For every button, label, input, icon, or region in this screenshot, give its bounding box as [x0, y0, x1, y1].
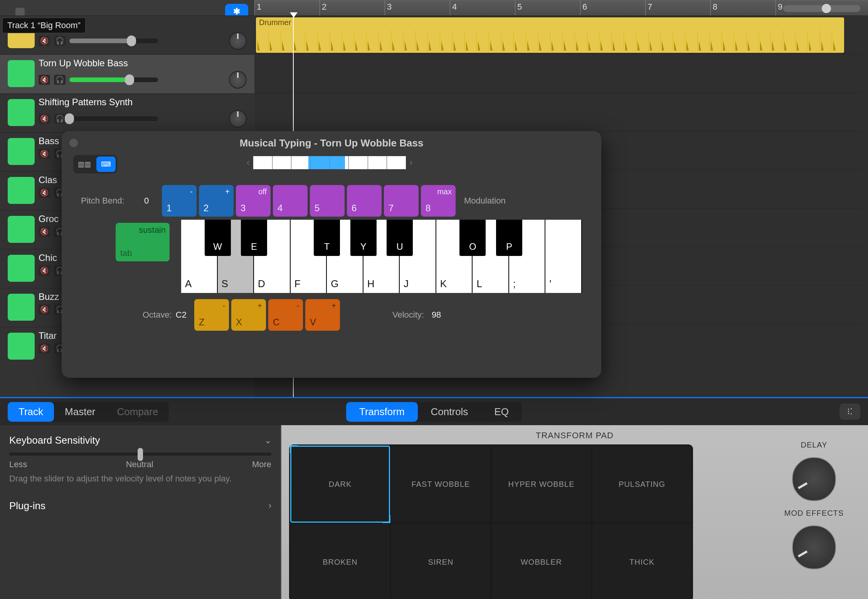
octave-key-X[interactable]: +X [231, 299, 266, 331]
sensitivity-header[interactable]: Keyboard Sensitivity ⌄ [9, 434, 271, 446]
editor-header: TrackMasterCompare TransformControlsEQ ⁝… [0, 398, 868, 425]
sustain-key[interactable]: sustain tab [116, 223, 170, 261]
sensitivity-slider[interactable] [9, 453, 271, 456]
ruler-label: 2 [322, 2, 326, 12]
plugin-tab-controls[interactable]: Controls [418, 402, 481, 422]
plugin-view-tabs: TransformControlsEQ [346, 402, 522, 422]
synth-icon [8, 333, 35, 360]
knob-mod-effects[interactable] [792, 525, 836, 569]
knob-label: DELAY [801, 441, 827, 449]
mute-button[interactable]: 🔇 [39, 343, 50, 353]
octave-key-V[interactable]: +V [305, 299, 340, 331]
transform-pad-grid[interactable]: DARKFAST WOBBLEHYPER WOBBLEPULSATINGBROK… [289, 444, 693, 599]
solo-button[interactable]: 🎧 [54, 75, 66, 85]
modulation-key-5[interactable]: 5 [310, 185, 345, 217]
black-key-U[interactable]: U [387, 220, 413, 256]
arrange-row[interactable] [254, 93, 863, 131]
transform-pad-fast-wobble[interactable]: FAST WOBBLE [391, 446, 490, 522]
synth-icon [8, 60, 35, 87]
pitch-down-key[interactable]: - 1 [162, 185, 197, 217]
ruler-tick [580, 0, 580, 16]
ruler-label: 5 [517, 2, 522, 12]
mini-piano[interactable] [253, 156, 405, 169]
black-key-W[interactable]: W [205, 220, 231, 256]
solo-button[interactable]: 🎧 [54, 36, 66, 46]
transform-pad-hyper-wobble[interactable]: HYPER WOBBLE [492, 446, 591, 522]
region-label: Drummer [259, 18, 291, 27]
black-key-E[interactable]: E [241, 220, 267, 256]
synth-icon [8, 294, 35, 321]
synth-icon [8, 138, 35, 165]
inspector-tab-track[interactable]: Track [8, 402, 54, 422]
pitch-up-key[interactable]: + 2 [199, 185, 234, 217]
scroll-thumb[interactable] [822, 4, 831, 13]
typing-keyboard[interactable]: ASDFGHJKL;' WETYUOP [181, 220, 582, 293]
modulation-key-6[interactable]: 6 [347, 185, 382, 217]
inspector-tabs: TrackMasterCompare [8, 402, 169, 422]
black-key-O[interactable]: O [459, 220, 486, 256]
ruler-tick [710, 0, 711, 16]
octave-left-arrow[interactable]: ‹ [247, 158, 249, 168]
transform-pad-dark[interactable]: DARK [291, 446, 390, 522]
mute-button[interactable]: 🔇 [39, 149, 50, 159]
volume-thumb[interactable] [125, 74, 134, 85]
transform-pad-broken[interactable]: BROKEN [291, 524, 390, 599]
musical-typing-window[interactable]: Musical Typing - Torn Up Wobble Bass ▥▥ … [62, 131, 601, 378]
keyboard-view-tab[interactable]: ▥▥ [75, 156, 94, 172]
mute-button[interactable]: 🔇 [39, 266, 50, 276]
solo-button[interactable]: 🎧 [54, 114, 66, 124]
pan-knob[interactable] [229, 110, 247, 128]
sensitivity-thumb[interactable] [138, 448, 143, 461]
black-key-T[interactable]: T [314, 220, 340, 256]
transform-pad-title: TRANSFORM PAD [281, 431, 868, 441]
chevron-down-icon: ⌄ [264, 436, 271, 446]
pan-knob[interactable] [229, 32, 247, 50]
track-name: Shifting Patterns Synth [39, 97, 254, 108]
transform-pad-wobbler[interactable]: WOBBLER [492, 524, 591, 599]
arrange-row[interactable] [254, 54, 863, 93]
black-key-Y[interactable]: Y [350, 220, 377, 256]
pitch-bend-value: 0 [139, 196, 154, 206]
inspector-tab-master[interactable]: Master [54, 402, 106, 422]
octave-right-arrow[interactable]: › [410, 158, 412, 168]
mute-button[interactable]: 🔇 [39, 227, 50, 237]
plugin-tab-transform[interactable]: Transform [346, 402, 418, 422]
modulation-key-8[interactable]: max8 [421, 185, 456, 217]
octave-key-Z[interactable]: -Z [194, 299, 229, 331]
synth-icon [8, 216, 35, 243]
modulation-key-4[interactable]: 4 [273, 185, 308, 217]
volume-slider[interactable] [69, 77, 158, 82]
plugins-row[interactable]: Plug-ins › [9, 500, 271, 512]
mute-button[interactable]: 🔇 [39, 305, 50, 315]
modulation-key-7[interactable]: 7 [384, 185, 419, 217]
track-header[interactable]: Torn Up Wobble Bass🔇🎧 [0, 54, 254, 93]
knob-column: DELAYMOD EFFECTS [775, 441, 853, 569]
pitch-mod-row: Pitch Bend: 0 - 1 + 2 off34567max8 Modul… [81, 185, 586, 217]
editor-options-button[interactable]: ⁝⁚ [839, 404, 860, 420]
track-header[interactable]: Shifting Patterns Synth🔇🎧 [0, 93, 254, 132]
dots-icon: ⁝⁚ [847, 407, 853, 417]
pan-knob[interactable] [229, 71, 247, 89]
arrange-row[interactable]: Drummer [254, 15, 863, 54]
timeline-ruler[interactable]: 123456789 [254, 0, 868, 16]
ruler-label: 7 [648, 2, 652, 12]
transform-pad-thick[interactable]: THICK [592, 524, 691, 599]
volume-thumb[interactable] [127, 35, 136, 46]
transform-pad-siren[interactable]: SIREN [391, 524, 490, 599]
transform-pad-pulsating[interactable]: PULSATING [592, 446, 691, 522]
modulation-key-3[interactable]: off3 [236, 185, 271, 217]
mute-button[interactable]: 🔇 [39, 188, 50, 198]
volume-thumb[interactable] [65, 113, 74, 124]
mute-button[interactable]: 🔇 [39, 36, 50, 46]
black-key-P[interactable]: P [496, 220, 522, 256]
knob-delay[interactable] [792, 457, 836, 501]
horizontal-zoom-scroll[interactable] [783, 5, 860, 12]
volume-slider[interactable] [69, 116, 158, 121]
mute-button[interactable]: 🔇 [39, 114, 50, 124]
drummer-region[interactable]: Drummer [256, 17, 844, 53]
typing-view-tab[interactable]: ⌨ [96, 156, 116, 172]
mute-button[interactable]: 🔇 [39, 75, 50, 85]
octave-key-C[interactable]: -C [268, 299, 303, 331]
volume-slider[interactable] [69, 39, 158, 43]
plugin-tab-eq[interactable]: EQ [481, 402, 522, 422]
